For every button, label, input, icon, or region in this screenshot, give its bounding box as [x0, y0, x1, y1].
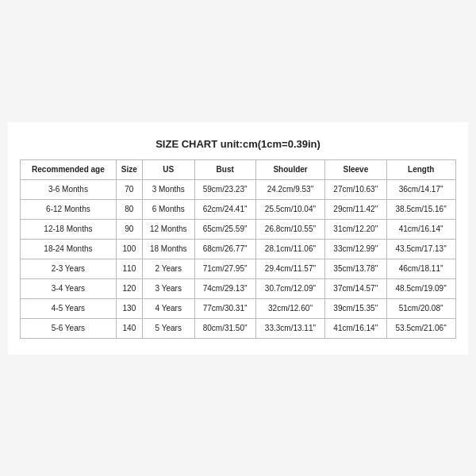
size-table: Recommended ageSizeUSBustShoulderSleeveL… — [20, 159, 456, 339]
column-header: Length — [386, 159, 456, 179]
table-cell: 3 Months — [142, 179, 194, 199]
table-cell: 28.1cm/11.06'' — [255, 239, 324, 259]
table-cell: 12-18 Months — [21, 219, 117, 239]
table-cell: 41cm/16.14'' — [386, 219, 456, 239]
table-row: 3-4 Years1203 Years74cm/29.13''30.7cm/12… — [21, 278, 456, 298]
table-cell: 3-6 Months — [21, 179, 117, 199]
table-cell: 80cm/31.50'' — [194, 318, 255, 338]
table-cell: 90 — [116, 219, 142, 239]
table-cell: 3-4 Years — [21, 278, 117, 298]
table-cell: 4 Years — [142, 298, 194, 318]
table-cell: 110 — [116, 259, 142, 278]
table-cell: 29.4cm/11.57'' — [255, 259, 324, 278]
table-cell: 68cm/26.77'' — [194, 239, 255, 259]
table-cell: 31cm/12.20'' — [325, 219, 386, 239]
table-row: 18-24 Months10018 Months68cm/26.77''28.1… — [21, 239, 456, 259]
table-row: 3-6 Months703 Months59cm/23.23''24.2cm/9… — [21, 179, 456, 199]
table-cell: 70 — [116, 179, 142, 199]
column-header: Shoulder — [255, 159, 324, 179]
table-cell: 30.7cm/12.09'' — [255, 278, 324, 298]
table-cell: 5-6 Years — [21, 318, 117, 338]
column-header: Sleeve — [325, 159, 386, 179]
table-row: 2-3 Years1102 Years71cm/27.95''29.4cm/11… — [21, 259, 456, 278]
table-cell: 25.5cm/10.04'' — [255, 199, 324, 219]
table-cell: 53.5cm/21.06'' — [386, 318, 456, 338]
table-cell: 62cm/24.41'' — [194, 199, 255, 219]
table-cell: 65cm/25.59'' — [194, 219, 255, 239]
table-cell: 18-24 Months — [21, 239, 117, 259]
chart-title: SIZE CHART unit:cm(1cm=0.39in) — [20, 138, 456, 150]
table-cell: 80 — [116, 199, 142, 219]
table-cell: 77cm/30.31'' — [194, 298, 255, 318]
table-cell: 74cm/29.13'' — [194, 278, 255, 298]
table-cell: 41cm/16.14'' — [325, 318, 386, 338]
table-cell: 59cm/23.23'' — [194, 179, 255, 199]
table-cell: 48.5cm/19.09'' — [386, 278, 456, 298]
size-chart-container: SIZE CHART unit:cm(1cm=0.39in) Recommend… — [8, 122, 468, 355]
table-row: 5-6 Years1405 Years80cm/31.50''33.3cm/13… — [21, 318, 456, 338]
table-cell: 38.5cm/15.16'' — [386, 199, 456, 219]
table-cell: 4-5 Years — [21, 298, 117, 318]
table-cell: 37cm/14.57'' — [325, 278, 386, 298]
table-cell: 24.2cm/9.53'' — [255, 179, 324, 199]
table-header-row: Recommended ageSizeUSBustShoulderSleeveL… — [21, 159, 456, 179]
table-cell: 33cm/12.99'' — [325, 239, 386, 259]
table-cell: 27cm/10.63'' — [325, 179, 386, 199]
table-cell: 2 Years — [142, 259, 194, 278]
column-header: Size — [116, 159, 142, 179]
table-cell: 130 — [116, 298, 142, 318]
table-row: 6-12 Months806 Months62cm/24.41''25.5cm/… — [21, 199, 456, 219]
table-cell: 43.5cm/17.13'' — [386, 239, 456, 259]
column-header: US — [142, 159, 194, 179]
table-row: 4-5 Years1304 Years77cm/30.31''32cm/12.6… — [21, 298, 456, 318]
table-cell: 3 Years — [142, 278, 194, 298]
column-header: Bust — [194, 159, 255, 179]
table-cell: 39cm/15.35'' — [325, 298, 386, 318]
table-cell: 2-3 Years — [21, 259, 117, 278]
table-cell: 120 — [116, 278, 142, 298]
table-cell: 36cm/14.17'' — [386, 179, 456, 199]
table-cell: 35cm/13.78'' — [325, 259, 386, 278]
table-cell: 71cm/27.95'' — [194, 259, 255, 278]
table-cell: 6 Months — [142, 199, 194, 219]
table-cell: 5 Years — [142, 318, 194, 338]
table-cell: 51cm/20.08'' — [386, 298, 456, 318]
table-cell: 29cm/11.42'' — [325, 199, 386, 219]
table-cell: 18 Months — [142, 239, 194, 259]
table-cell: 32cm/12.60'' — [255, 298, 324, 318]
table-cell: 6-12 Months — [21, 199, 117, 219]
table-cell: 33.3cm/13.11'' — [255, 318, 324, 338]
table-cell: 100 — [116, 239, 142, 259]
table-cell: 26.8cm/10.55'' — [255, 219, 324, 239]
table-cell: 12 Months — [142, 219, 194, 239]
column-header: Recommended age — [21, 159, 117, 179]
table-row: 12-18 Months9012 Months65cm/25.59''26.8c… — [21, 219, 456, 239]
table-cell: 140 — [116, 318, 142, 338]
table-cell: 46cm/18.11'' — [386, 259, 456, 278]
